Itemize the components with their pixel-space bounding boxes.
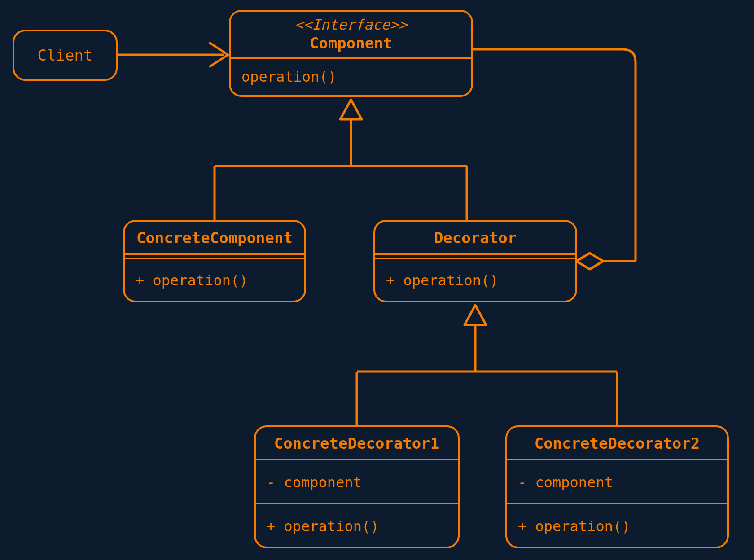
component-stereotype: <<Interface>> [295,16,408,33]
decorator-uml-diagram: Client <<Interface>> Component operation… [0,0,754,560]
concrete-component-name: ConcreteComponent [136,229,293,247]
concrete-component-box: ConcreteComponent + operation() [124,221,305,302]
arrow-children-to-component [215,100,467,221]
concrete-decorator-2-operation: + operation() [518,518,630,535]
concrete-decorator-1-operation: + operation() [267,518,379,535]
decorator-box: Decorator + operation() [374,221,576,302]
arrow-client-to-component [117,43,228,66]
concrete-decorator-2-box: ConcreteDecorator2 - component + operati… [506,426,728,547]
concrete-component-operation: + operation() [136,272,248,289]
concrete-decorator-1-box: ConcreteDecorator1 - component + operati… [255,426,459,547]
concrete-decorator-2-field: - component [518,474,613,491]
component-name: Component [310,34,392,52]
decorator-name: Decorator [434,229,517,247]
component-interface-box: <<Interface>> Component operation() [230,11,472,96]
arrow-children-to-decorator [357,305,617,426]
concrete-decorator-1-name: ConcreteDecorator1 [274,434,439,452]
decorator-operation: + operation() [386,272,498,289]
concrete-decorator-1-field: - component [267,474,362,491]
concrete-decorator-2-name: ConcreteDecorator2 [535,434,700,452]
client-box: Client [13,31,117,80]
client-label: Client [38,46,93,64]
component-operation: operation() [241,68,337,85]
